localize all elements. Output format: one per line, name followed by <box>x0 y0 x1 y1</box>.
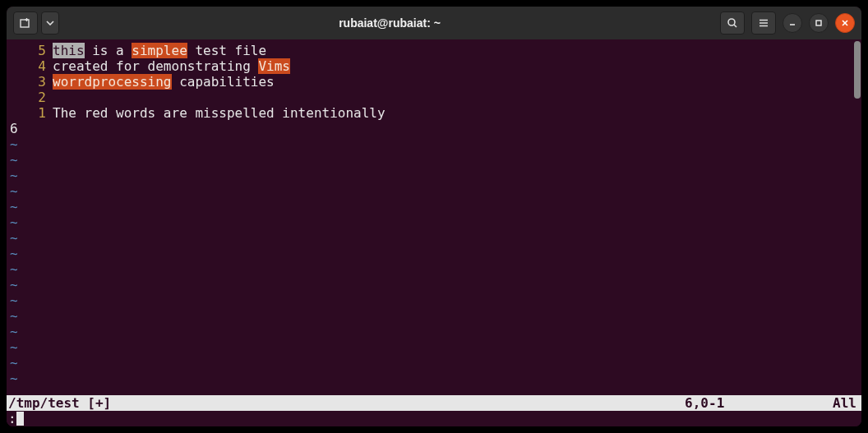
tilde-line: ~ <box>7 152 861 168</box>
cursor <box>16 412 24 426</box>
line-text: The red words are misspelled intentional… <box>53 105 386 121</box>
tilde-line: ~ <box>7 230 861 246</box>
command-prompt: : <box>8 411 16 426</box>
tilde-line: ~ <box>7 214 861 230</box>
search-button[interactable] <box>720 12 745 35</box>
search-icon <box>727 17 738 29</box>
new-tab-icon <box>20 17 31 29</box>
svg-line-4 <box>734 25 736 27</box>
line-number: 3 <box>7 74 53 90</box>
editor-line: 5 this is a simplee test file <box>7 43 861 58</box>
tilde-line: ~ <box>7 293 861 308</box>
minimize-icon <box>788 19 796 27</box>
svg-point-3 <box>728 19 735 25</box>
minimize-button[interactable] <box>783 13 802 33</box>
tab-menu-button[interactable] <box>41 12 59 35</box>
scrollbar-thumb[interactable] <box>854 41 861 99</box>
status-percent: All <box>833 395 861 411</box>
hamburger-menu-button[interactable] <box>751 12 776 35</box>
tilde-line: ~ <box>7 246 861 261</box>
tilde-line: ~ <box>7 136 861 152</box>
editor-line: 2 <box>7 90 861 105</box>
editor-current-line: 6 <box>7 121 861 136</box>
tilde-line: ~ <box>7 168 861 183</box>
terminal-viewport[interactable]: 5 this is a simplee test file 4 created … <box>7 39 861 426</box>
terminal-window: rubaiat@rubaiat: ~ <box>7 7 861 426</box>
hamburger-icon <box>758 17 769 29</box>
tilde-line: ~ <box>7 183 861 199</box>
new-tab-button[interactable] <box>13 12 38 35</box>
line-number: 1 <box>7 105 53 121</box>
tilde-line: ~ <box>7 261 861 277</box>
line-number: 2 <box>7 90 53 105</box>
tilde-line: ~ <box>7 324 861 339</box>
line-text: worrdprocessing capabilities <box>53 74 275 90</box>
spell-bad-word: worrdprocessing <box>53 74 172 90</box>
chevron-down-icon <box>46 21 54 25</box>
spell-bad-word: Vims <box>258 58 290 74</box>
tilde-line: ~ <box>7 277 861 293</box>
tilde-line: ~ <box>7 355 861 371</box>
svg-rect-0 <box>21 20 29 27</box>
tilde-line: ~ <box>7 371 861 386</box>
spell-cursor-word: this <box>53 43 85 58</box>
tilde-line: ~ <box>7 339 861 355</box>
window-title: rubaiat@rubaiat: ~ <box>64 16 715 30</box>
close-button[interactable] <box>835 13 855 33</box>
tilde-line: ~ <box>7 308 861 324</box>
status-position: 6,0-1 <box>685 395 833 411</box>
close-icon <box>841 19 849 27</box>
editor-line: 3 worrdprocessing capabilities <box>7 74 861 90</box>
status-filename: /tmp/test [+] <box>7 395 111 411</box>
line-text: this is a simplee test file <box>53 43 266 58</box>
line-text: created for demonstrating Vims <box>53 58 290 74</box>
status-spacer <box>111 395 685 411</box>
spell-bad-word: simplee <box>132 43 187 58</box>
maximize-button[interactable] <box>809 13 829 33</box>
line-number: 5 <box>7 43 53 58</box>
titlebar-left-group <box>13 12 59 35</box>
svg-rect-9 <box>816 21 821 25</box>
titlebar-right-group <box>720 12 855 35</box>
tilde-line: ~ <box>7 199 861 214</box>
line-number: 4 <box>7 58 53 74</box>
editor-line: 4 created for demonstrating Vims <box>7 58 861 74</box>
command-line[interactable]: : <box>7 411 861 426</box>
titlebar: rubaiat@rubaiat: ~ <box>7 7 861 39</box>
status-bar: /tmp/test [+] 6,0-1 All <box>7 395 861 411</box>
editor-content: 5 this is a simplee test file 4 created … <box>7 39 861 395</box>
editor-line: 1 The red words are misspelled intention… <box>7 105 861 121</box>
current-line-number: 6 <box>7 121 23 136</box>
maximize-icon <box>815 19 823 27</box>
